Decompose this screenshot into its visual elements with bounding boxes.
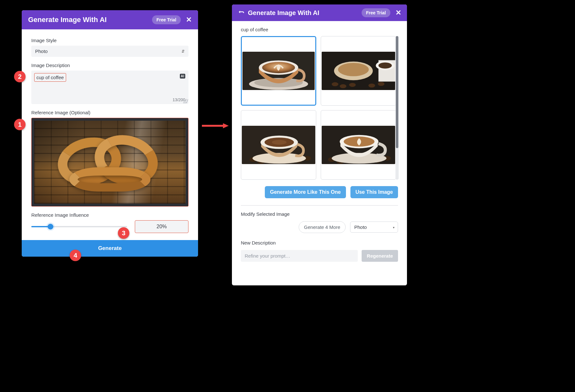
generate-panel-results: Generate Image With AI Free Trial ✕ cup … (232, 4, 407, 285)
influence-slider[interactable] (31, 226, 127, 227)
reference-image-upload[interactable] (31, 118, 188, 207)
generate-4-more-button[interactable]: Generate 4 More (299, 221, 346, 233)
image-style-label: Image Style (31, 38, 188, 43)
panel-title: Generate Image With AI (248, 9, 362, 17)
image-style-value: Photo (35, 49, 48, 54)
image-style-select[interactable]: Photo ⇵ (31, 46, 188, 57)
image-description-input[interactable]: cup of coffee AI 13/200 (31, 71, 188, 104)
reference-image-label: Reference Image (Optional) (31, 110, 188, 115)
modify-style-select[interactable]: Photo ▾ (350, 222, 398, 233)
prompt-echo: cup of coffee (241, 27, 398, 32)
svg-marker-1 (223, 123, 229, 128)
use-this-image-button[interactable]: Use This Image (350, 186, 398, 198)
divider (241, 205, 398, 206)
modify-style-value: Photo (354, 224, 367, 230)
svg-point-9 (340, 84, 346, 88)
image-description-label: Image Description (31, 63, 188, 68)
new-description-label: New Description (241, 240, 398, 245)
reference-image-thumb (34, 121, 186, 204)
ai-assist-button[interactable]: AI (180, 74, 185, 79)
result-thumb-3[interactable] (241, 110, 316, 180)
influence-label: Reference Image Influence (31, 212, 188, 218)
arrow-right-icon (202, 123, 229, 128)
influence-value: 20% (135, 220, 188, 233)
regenerate-button[interactable]: Regenerate (362, 250, 398, 262)
resize-handle-icon[interactable] (183, 99, 188, 103)
panel-title: Generate Image With AI (28, 16, 152, 24)
chevron-updown-icon: ⇵ (181, 49, 185, 54)
svg-point-11 (368, 84, 375, 88)
callout-4: 4 (70, 250, 81, 261)
svg-point-25 (272, 140, 287, 145)
results-scrollbar[interactable] (395, 36, 399, 180)
refine-prompt-input[interactable]: Refine your prompt… (241, 250, 358, 262)
svg-point-14 (338, 63, 369, 76)
titlebar: Generate Image With AI Free Trial ✕ (22, 10, 198, 29)
back-icon[interactable] (238, 10, 244, 16)
svg-point-12 (378, 82, 385, 86)
generate-more-like-button[interactable]: Generate More Like This One (265, 186, 346, 198)
svg-point-10 (349, 83, 356, 87)
image-description-value: cup of coffee (34, 73, 66, 82)
chevron-down-icon: ▾ (393, 225, 395, 229)
callout-2: 2 (14, 71, 26, 82)
generate-panel-input: Generate Image With AI Free Trial ✕ Imag… (22, 10, 198, 257)
close-icon[interactable]: ✕ (395, 9, 401, 16)
result-thumb-2[interactable] (321, 36, 396, 106)
svg-point-8 (332, 82, 338, 87)
titlebar: Generate Image With AI Free Trial ✕ (232, 4, 407, 21)
generate-button[interactable]: Generate (22, 240, 198, 257)
result-thumb-1[interactable] (241, 36, 316, 106)
slider-knob-icon[interactable] (48, 224, 53, 230)
free-trial-badge[interactable]: Free Trial (362, 8, 390, 17)
refine-placeholder: Refine your prompt… (245, 253, 290, 259)
svg-point-16 (379, 63, 392, 69)
free-trial-badge[interactable]: Free Trial (152, 15, 181, 24)
callout-1: 1 (14, 119, 26, 130)
callout-3: 3 (118, 227, 129, 239)
result-thumb-4[interactable] (321, 110, 396, 180)
close-icon[interactable]: ✕ (186, 16, 192, 23)
modify-heading: Modify Selected Image (241, 211, 398, 217)
